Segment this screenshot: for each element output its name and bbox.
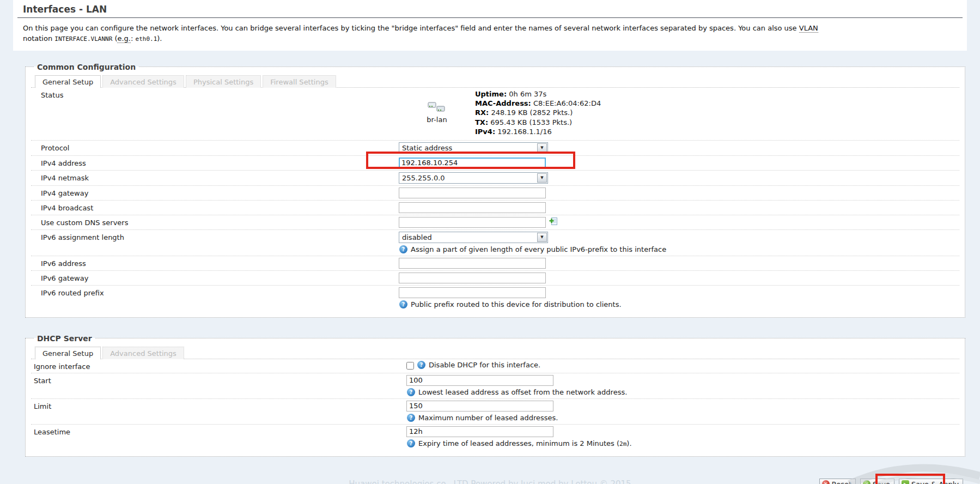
ipv4-gateway-input[interactable] <box>399 187 546 198</box>
ignore-interface-checkbox[interactable] <box>406 362 414 370</box>
page-description: On this page you can configure the netwo… <box>23 23 841 44</box>
help-text: Assign a part of given length of every p… <box>411 245 666 253</box>
dhcp-start-label: Start <box>31 375 406 385</box>
dhcp-start-row: Start ? Lowest leased address as offset … <box>31 373 959 399</box>
help-text: Lowest leased address as offset from the… <box>418 388 627 396</box>
help-icon: ? <box>407 414 415 422</box>
ipv6-address-label: IPv6 address <box>31 258 399 268</box>
ipv4-broadcast-row: IPv4 broadcast <box>31 201 959 215</box>
ipv6-routed-prefix-help: ? Public prefix routed to this device fo… <box>399 300 959 308</box>
status-mac: MAC-Address: C8:EE:A6:04:62:D4 <box>475 99 601 108</box>
common-configuration-section: Common Configuration General Setup Advan… <box>25 63 965 318</box>
bridge-interface-icon <box>427 101 447 115</box>
footer-credits: Huawei technologies co., LTD Powered by … <box>0 479 980 484</box>
intro-text: ). <box>157 34 162 43</box>
dhcp-abbr: DHCP <box>457 361 477 369</box>
add-entry-icon[interactable] <box>549 217 558 227</box>
chevron-down-icon[interactable]: ▼ <box>537 143 547 153</box>
eg-abbr: e.g. <box>117 34 131 43</box>
help-icon: ? <box>407 388 415 396</box>
dhcp-start-input[interactable] <box>406 375 553 386</box>
status-ipv4: IPv4: 192.168.1.1/16 <box>475 127 601 136</box>
common-config-tabs: General Setup Advanced Settings Physical… <box>31 74 959 88</box>
ipv6-routed-prefix-row: IPv6 routed prefix ? Public prefix route… <box>31 286 959 311</box>
ignore-interface-row: Ignore interface ? Disable DHCP for this… <box>31 359 959 373</box>
page-header: Interfaces - LAN On this page you can co… <box>13 0 967 51</box>
dhcp-leasetime-label: Leasetime <box>31 426 406 436</box>
tab-firewall-settings[interactable]: Firewall Settings <box>263 75 336 88</box>
ipv6-assignment-select[interactable]: disabled ▼ <box>399 232 548 243</box>
interface-vlannr-code: INTERFACE.VLANNR <box>54 35 112 43</box>
ipv4-netmask-select[interactable]: 255.255.0.0 ▼ <box>399 172 548 184</box>
dhcp-limit-label: Limit <box>31 401 406 410</box>
ipv4-address-input[interactable] <box>399 158 546 168</box>
ipv6-assignment-selected-value: disabled <box>402 233 432 241</box>
custom-dns-label: Use custom DNS servers <box>31 217 399 227</box>
ignore-interface-label: Ignore interface <box>31 361 406 371</box>
dhcp-limit-row: Limit ? Maximum number of leased address… <box>31 399 959 425</box>
eth-code: eth0.1 <box>136 35 157 43</box>
ipv4-gateway-row: IPv4 gateway <box>31 186 959 201</box>
dhcp-limit-help: ? Maximum number of leased addresses. <box>407 414 959 422</box>
status-row: Status br-lan <box>31 88 959 141</box>
chevron-down-icon[interactable]: ▼ <box>537 233 547 242</box>
help-icon: ? <box>399 300 407 308</box>
custom-dns-input[interactable] <box>399 217 546 228</box>
protocol-row: Protocol Static address ▼ <box>31 141 959 156</box>
ignore-interface-help: Disable DHCP for this interface. <box>429 361 540 369</box>
ipv6-gateway-input[interactable] <box>399 273 546 283</box>
dhcp-server-legend: DHCP Server <box>34 334 95 343</box>
tab-general-setup[interactable]: General Setup <box>35 75 101 88</box>
ipv6-address-row: IPv6 address <box>31 256 959 271</box>
status-tx: TX: 695.43 KB (1533 Pkts.) <box>475 118 601 127</box>
ipv6-assignment-row: IPv6 assignment length disabled ▼ ? Assi… <box>31 230 959 256</box>
ipv4-netmask-selected-value: 255.255.0.0 <box>402 174 445 182</box>
help-text: Maximum number of leased addresses. <box>418 414 558 422</box>
ipv6-assignment-help: ? Assign a part of given length of every… <box>399 245 959 253</box>
status-rx: RX: 248.19 KB (2852 Pkts.) <box>475 108 601 117</box>
ipv6-routed-prefix-input[interactable] <box>399 287 546 298</box>
chevron-down-icon[interactable]: ▼ <box>537 173 547 183</box>
help-icon: ? <box>417 361 425 369</box>
help-icon: ? <box>399 245 407 253</box>
ipv4-broadcast-label: IPv4 broadcast <box>31 202 399 212</box>
ipv4-netmask-row: IPv4 netmask 255.255.0.0 ▼ <box>31 171 959 186</box>
ipv6-gateway-label: IPv6 gateway <box>31 273 399 282</box>
common-configuration-legend: Common Configuration <box>34 63 138 71</box>
protocol-label: Protocol <box>31 142 399 152</box>
help-icon: ? <box>407 439 415 447</box>
ipv6-routed-prefix-label: IPv6 routed prefix <box>31 287 399 297</box>
vlan-abbr: VLAN <box>799 24 818 33</box>
dhcp-leasetime-row: Leasetime ? Expiry time of leased addres… <box>31 425 959 450</box>
protocol-select[interactable]: Static address ▼ <box>399 142 548 154</box>
dhcp-leasetime-input[interactable] <box>406 426 553 437</box>
status-widget: br-lan Uptime: 0h 6m 37s MAC-Address: C8… <box>399 89 959 136</box>
status-details: Uptime: 0h 6m 37s MAC-Address: C8:EE:A6:… <box>475 89 601 136</box>
dhcp-tab-advanced-settings[interactable]: Advanced Settings <box>102 347 184 359</box>
tab-physical-settings[interactable]: Physical Settings <box>186 75 261 88</box>
tab-advanced-settings[interactable]: Advanced Settings <box>102 75 184 88</box>
ipv6-assignment-label: IPv6 assignment length <box>31 232 399 241</box>
dhcp-start-help: ? Lowest leased address as offset from t… <box>407 388 959 396</box>
status-label: Status <box>31 89 399 99</box>
ipv6-gateway-row: IPv6 gateway <box>31 271 959 286</box>
ipv4-netmask-label: IPv4 netmask <box>31 172 399 182</box>
intro-text: On this page you can configure the netwo… <box>23 24 799 32</box>
help-text: Public prefix routed to this device for … <box>411 300 622 308</box>
title-divider <box>17 17 963 18</box>
interfaces-lan-page: Interfaces - LAN On this page you can co… <box>0 0 980 484</box>
dhcp-limit-input[interactable] <box>406 401 553 412</box>
protocol-selected-value: Static address <box>402 144 452 152</box>
page-title: Interfaces - LAN <box>23 4 963 15</box>
help-text: Expiry time of leased addresses, minimum… <box>418 439 632 447</box>
interface-name: br-lan <box>427 116 447 124</box>
ipv4-address-row: IPv4 address <box>31 156 959 171</box>
intro-text: : <box>131 34 136 43</box>
dhcp-tabs: General Setup Advanced Settings <box>31 345 959 359</box>
custom-dns-row: Use custom DNS servers <box>31 215 959 230</box>
ipv6-address-input[interactable] <box>399 258 546 269</box>
ipv4-address-label: IPv4 address <box>31 158 399 167</box>
dhcp-server-section: DHCP Server General Setup Advanced Setti… <box>25 334 965 457</box>
dhcp-tab-general-setup[interactable]: General Setup <box>35 347 101 359</box>
ipv4-broadcast-input[interactable] <box>399 202 546 213</box>
